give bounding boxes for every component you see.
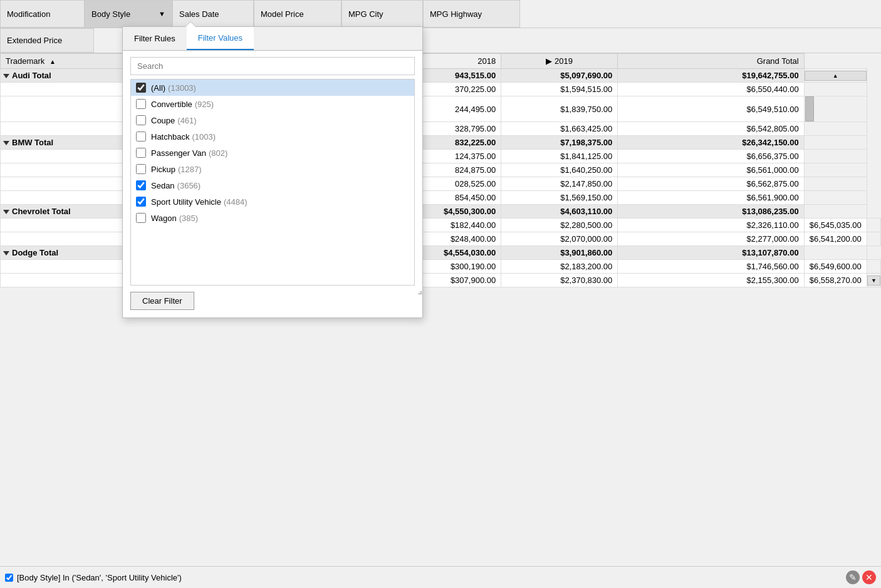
charger-col3: $1,746,560.00	[618, 260, 804, 274]
durango-col2: $2,370,830.00	[501, 274, 618, 287]
scrollbar-thumb[interactable]	[805, 96, 814, 121]
x3-grand: $6,562,875.00	[618, 177, 804, 191]
filter-item-coupe[interactable]: Coupe (461)	[131, 112, 414, 128]
filter-checkbox-sedan[interactable]	[136, 180, 146, 190]
filter-item-pickup-label: Pickup	[151, 165, 175, 174]
charger-scroll	[867, 260, 880, 274]
q5-scroll	[804, 96, 867, 122]
filter-item-wagon-label: Wagon	[151, 214, 177, 223]
filter-item-sedan[interactable]: Sedan (3656)	[131, 177, 414, 193]
filter-popup: Filter Rules Filter Values (All) (13003)…	[122, 26, 423, 318]
dodge-total-col3: $3,901,860.00	[501, 246, 618, 260]
filter-item-wagon-count: (385)	[179, 214, 198, 223]
filter-checkbox-passenger-van[interactable]	[136, 148, 146, 158]
malibu-grand: $6,545,035.00	[804, 219, 867, 232]
durango-grand: $6,558,270.00	[804, 274, 867, 287]
col-header-extended-price: Extended Price	[0, 28, 94, 53]
filter-search-input[interactable]	[130, 57, 415, 75]
filter-values-list[interactable]: (All) (13003) Convertible (925) Coupe (4…	[130, 79, 415, 286]
filter-item-all-label: (All)	[151, 83, 165, 93]
filter-item-sedan-count: (3656)	[177, 181, 201, 190]
column-headers-row1: Modification Body Style ▼ Sales Date Mod…	[0, 0, 881, 28]
filter-item-suv[interactable]: Sport Utility Vehicle (4484)	[131, 193, 414, 210]
filter-item-pickup[interactable]: Pickup (1287)	[131, 161, 414, 177]
x3-2019: $2,147,850.00	[501, 177, 618, 191]
filter-checkbox-wagon[interactable]	[136, 213, 146, 223]
audi-total-2019: $5,097,690.00	[501, 69, 618, 83]
popup-arrow	[185, 22, 195, 27]
clear-filter-button[interactable]: Clear Filter	[130, 292, 194, 310]
col-header-mpg-highway[interactable]: MPG Highway	[423, 0, 520, 28]
a6-2019: $1,594,515.00	[501, 83, 618, 96]
svg-point-1	[419, 293, 420, 295]
main-container: Modification Body Style ▼ Sales Date Mod…	[0, 0, 881, 588]
malibu-col2: $2,280,500.00	[501, 219, 618, 232]
filter-item-coupe-count: (461)	[177, 116, 196, 125]
status-icons: ✎ ✕	[846, 570, 876, 584]
dodge-collapse-icon[interactable]	[3, 251, 9, 255]
x6-2019: $1,569,150.00	[501, 191, 618, 205]
status-filter-checkbox[interactable]	[5, 574, 13, 582]
filter-item-pickup-count: (1287)	[178, 165, 202, 174]
x6-scroll	[804, 191, 867, 205]
col-header-modification[interactable]: Modification	[0, 0, 85, 28]
filter-item-wagon[interactable]: Wagon (385)	[131, 210, 414, 226]
filter-item-hatchback[interactable]: Hatchback (1003)	[131, 128, 414, 145]
s8-grand: $6,542,805.00	[618, 122, 804, 136]
dodge-total-grand: $13,107,870.00	[618, 246, 804, 260]
filter-checkbox-suv[interactable]	[136, 197, 146, 207]
filter-item-convertible[interactable]: Convertible (925)	[131, 96, 414, 112]
extended-price-label: Extended Price	[7, 36, 62, 45]
filter-item-passenger-van-count: (802)	[209, 148, 227, 158]
filter-checkbox-all[interactable]	[136, 83, 146, 93]
x3-scroll	[804, 177, 867, 191]
filter-active-icon: ▼	[159, 10, 165, 18]
malibu-scroll	[867, 219, 880, 232]
svg-point-2	[420, 291, 422, 293]
filter-item-hatchback-label: Hatchback	[151, 132, 189, 142]
col-header-body-style[interactable]: Body Style ▼	[85, 0, 172, 28]
filter-checkbox-pickup[interactable]	[136, 164, 146, 174]
scrollbar-up-btn[interactable]: ▲	[805, 71, 867, 81]
filter-item-passenger-van[interactable]: Passenger Van (802)	[131, 145, 414, 161]
th-year-2019-collapsed[interactable]: ▶ 2019	[501, 54, 618, 69]
malibu-col3: $2,326,110.00	[618, 219, 804, 232]
bmw-collapse-icon[interactable]	[3, 141, 9, 145]
filter-item-suv-label: Sport Utility Vehicle	[151, 197, 221, 207]
x6-grand: $6,561,900.00	[618, 191, 804, 205]
audi-scrollbar: ▲	[804, 69, 867, 83]
760li-2019: $1,841,125.00	[501, 150, 618, 163]
filter-checkbox-hatchback[interactable]	[136, 132, 146, 142]
col-header-mpg-city[interactable]: MPG City	[341, 0, 423, 28]
charger-col2: $2,183,200.00	[501, 260, 618, 274]
audi-collapse-icon[interactable]	[3, 74, 9, 78]
filter-item-passenger-van-label: Passenger Van	[151, 148, 206, 158]
filter-resize-handle[interactable]	[415, 287, 422, 295]
tab-filter-values[interactable]: Filter Values	[187, 27, 254, 50]
chevrolet-total-grand: $13,086,235.00	[618, 205, 804, 219]
tahoe-scroll	[867, 232, 880, 246]
edit-icon: ✎	[849, 572, 857, 582]
filter-checkbox-coupe[interactable]	[136, 115, 146, 125]
filter-checkbox-convertible[interactable]	[136, 99, 146, 109]
chevrolet-scroll	[804, 205, 867, 219]
filter-search-row	[123, 51, 422, 79]
trademark-sort-icon: ▲	[50, 58, 56, 65]
status-bar: [Body Style] In ('Sedan', 'Sport Utility…	[0, 566, 881, 588]
s8-2019: $1,663,425.00	[501, 122, 618, 136]
status-close-button[interactable]: ✕	[862, 570, 876, 584]
chevrolet-collapse-icon[interactable]	[3, 210, 9, 214]
m5-scroll	[804, 163, 867, 177]
q5-2019: $1,839,750.00	[501, 96, 618, 122]
status-edit-button[interactable]: ✎	[846, 570, 860, 584]
bmw-total-grand: $26,342,150.00	[618, 136, 804, 150]
col-header-model-price[interactable]: Model Price	[254, 0, 341, 28]
svg-point-0	[420, 293, 422, 295]
scrollbar-down-btn[interactable]: ▼	[867, 276, 880, 286]
filter-item-coupe-label: Coupe	[151, 116, 175, 125]
tab-filter-rules[interactable]: Filter Rules	[123, 27, 187, 50]
body-style-label: Body Style	[91, 9, 130, 19]
audi-total-grand: $19,642,755.00	[618, 69, 804, 83]
m5-grand: $6,561,000.00	[618, 163, 804, 177]
filter-item-all[interactable]: (All) (13003)	[131, 80, 414, 96]
